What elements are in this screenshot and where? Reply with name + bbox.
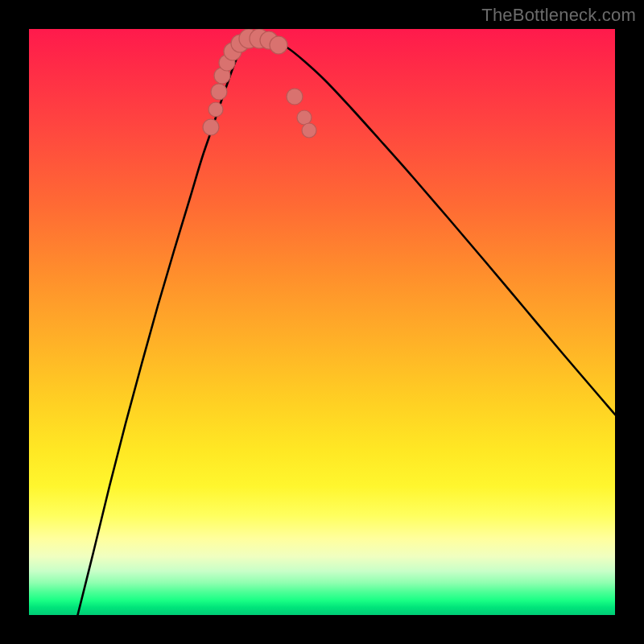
- watermark-text: TheBottleneck.com: [481, 5, 636, 26]
- chart-frame: TheBottleneck.com: [0, 0, 644, 644]
- plot-area: [29, 29, 615, 615]
- background-gradient: [29, 29, 615, 615]
